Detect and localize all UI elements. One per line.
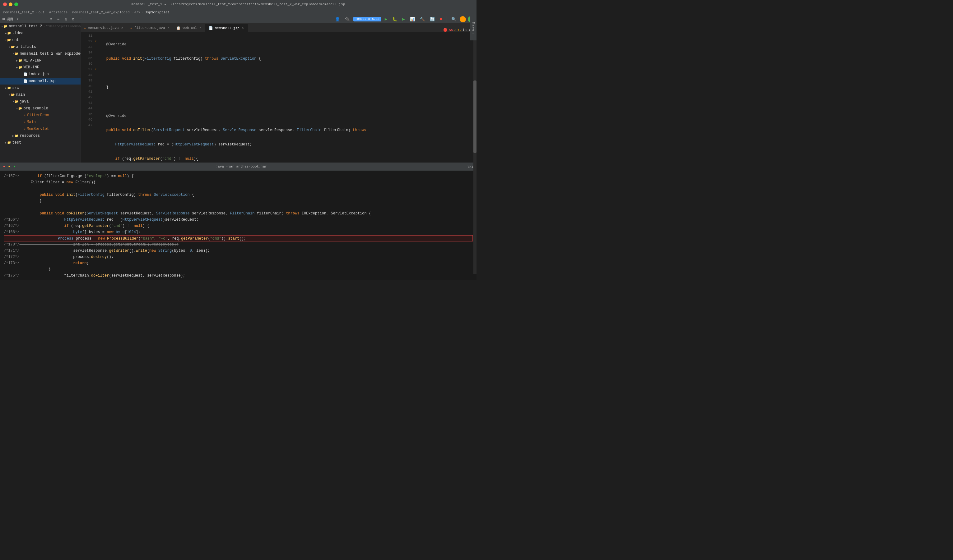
- breadcrumb-item-5[interactable]: </>: [134, 11, 141, 14]
- update-btn[interactable]: 🔄: [428, 16, 436, 23]
- line-num-36: 36: [81, 61, 92, 67]
- breadcrumb-item-2[interactable]: out: [39, 11, 45, 14]
- line-num-44: 44: [81, 106, 92, 111]
- tree-item-memshell-jsp[interactable]: 📄 memshell.jsp: [0, 78, 81, 85]
- xml-tab-icon: 📋: [176, 26, 181, 30]
- line-num-47: 47: [81, 122, 92, 128]
- tree-item-artifacts[interactable]: ▾ 📂 artifacts: [0, 43, 81, 50]
- tree-item-meta-inf[interactable]: ▶ 📁 META-INF: [0, 57, 81, 64]
- term-line-174: /*173*/ return;: [4, 260, 473, 266]
- term-line-166: /*166*/ HttpServletRequest req = (HttpSe…: [4, 217, 473, 223]
- jsp-file-icon: 📄: [24, 73, 27, 76]
- terminal-titlebar: ● ● ● java -jar arthas-boot.jar ⌥⌘1: [0, 162, 476, 171]
- tree-item-org-example[interactable]: ▾ 📂 org.example: [0, 105, 81, 112]
- tab-label-webxml: web.xml: [183, 26, 197, 30]
- tab-label-memshell: memshell.jsp: [215, 26, 239, 30]
- debug-btn[interactable]: 🐛: [391, 16, 399, 23]
- profile-btn[interactable]: 📊: [408, 16, 416, 23]
- close-button[interactable]: [3, 3, 7, 6]
- right-toolbar: 👤 🔌 Tomcat 8.5.83 ▶ 🐛 ▶ 📊 🔨 🔄 ■ 🔍: [334, 15, 474, 23]
- tree-item-web-inf[interactable]: ▶ 📁 WEB-INF: [0, 64, 81, 71]
- tab-close-filterdemo[interactable]: ×: [167, 26, 170, 30]
- breadcrumb: memshell_test_2 › out › artifacts › mems…: [0, 9, 476, 15]
- minimize-button[interactable]: [9, 3, 12, 6]
- tab-filterdemo[interactable]: ☕ filterDemo.java ×: [127, 24, 174, 32]
- line-num-31: 31: [81, 33, 92, 39]
- tree-item-filter-demo[interactable]: ☕ filterDemo: [0, 112, 81, 119]
- warning-count: 12: [458, 28, 462, 32]
- sidebar-dropdown[interactable]: ▾: [17, 17, 19, 22]
- tab-memshell[interactable]: 📄 memshell.jsp ×: [206, 24, 248, 32]
- java-file-icon-2: ☕: [24, 120, 25, 124]
- tree-item-memservlet[interactable]: ☕ MemServlet: [0, 125, 81, 132]
- window-title: memshell_test_2 – ~/IdeaProjects/memshel…: [25, 3, 452, 6]
- tree-item-out[interactable]: ▾ 📂 out: [0, 37, 81, 43]
- term-line-close-method: }: [4, 279, 473, 280]
- code-line-31: @Override: [97, 42, 471, 47]
- tree-item-resources[interactable]: ▶ 📁 resources: [0, 132, 81, 139]
- terminal-minimize[interactable]: ●: [8, 165, 11, 169]
- tree-item-project[interactable]: ▾ 📁 memshell_test_2 ~/IdeaProjects/memsh…: [0, 23, 81, 30]
- sync-btn[interactable]: ⊕: [48, 16, 54, 23]
- tree-item-war-exploded[interactable]: ▾ 📂 memshell_test_2_war_exploded: [0, 50, 81, 57]
- minus-btn[interactable]: −: [78, 16, 83, 22]
- tree-item-main-class[interactable]: ☕ Main: [0, 119, 81, 125]
- term-line-167: /*167*/ if (req.getParameter("cmd") != n…: [4, 223, 473, 229]
- tomcat-badge[interactable]: Tomcat 8.5.83: [353, 17, 381, 22]
- breadcrumb-item-4[interactable]: memshell_test_2_war_exploded: [72, 11, 130, 14]
- tree-item-main[interactable]: ▾ 📂 main: [0, 91, 81, 98]
- account-btn[interactable]: 👤: [334, 16, 341, 23]
- tree-item-java[interactable]: ▾ 📂 java: [0, 98, 81, 105]
- term-line-172: /*171*/ servletResponse.getWriter().writ…: [4, 248, 473, 254]
- tab-close-memshell[interactable]: ×: [241, 26, 244, 30]
- scrollbar-thumb[interactable]: [473, 80, 476, 153]
- tab-label-memservlet: MemServlet.java: [88, 26, 119, 30]
- build-btn[interactable]: 🔨: [418, 16, 427, 23]
- term-line-empty2: [4, 204, 473, 210]
- tab-memservlet[interactable]: ☕ MemServlet.java ×: [81, 24, 127, 32]
- other-count: 2: [465, 28, 467, 32]
- tab-close-webxml[interactable]: ×: [199, 26, 202, 30]
- run-coverage-btn[interactable]: ▶: [400, 15, 406, 23]
- top-toolbar: ⊞ 项目 ▾ ⊕ ≡ ⇅ ⚙ − 👤 🔌 Tomcat 8.5.83 ▶ 🐛 ▶: [0, 15, 476, 23]
- java-tab-icon: ☕: [84, 26, 86, 30]
- plugin-btn[interactable]: 🔌: [343, 16, 351, 23]
- term-line-filter: Filter filter = new Filter(){: [4, 179, 473, 186]
- line-num-37: 37: [81, 67, 92, 72]
- tree-item-idea[interactable]: ▶ 📁 .idea: [0, 30, 81, 37]
- settings-btn[interactable]: ⚙: [70, 16, 76, 23]
- tab-close-memservlet[interactable]: ×: [121, 26, 124, 30]
- jsp-tab-icon: 📄: [209, 26, 213, 30]
- term-line-dofilter: public void doFilter(ServletRequest serv…: [4, 210, 473, 217]
- tree-item-src[interactable]: ▶ 📁 src: [0, 85, 81, 91]
- search-everywhere-btn[interactable]: 🔍: [450, 16, 458, 23]
- terminal-close[interactable]: ●: [3, 165, 5, 169]
- sidebar-label: 项目: [6, 17, 13, 22]
- maximize-button[interactable]: [14, 3, 18, 6]
- project-path: ~/IdeaProjects/memshell_test_2: [43, 25, 81, 28]
- line-num-41: 41: [81, 89, 92, 94]
- editor-scrollbar[interactable]: [473, 32, 476, 274]
- breadcrumb-current: JspScriptlet: [145, 11, 169, 14]
- tree-item-index-jsp[interactable]: 📄 index.jsp: [0, 71, 81, 78]
- line-num-32: 32: [81, 39, 92, 44]
- maven-panel[interactable]: Maven: [470, 15, 476, 40]
- stop-btn[interactable]: ■: [438, 16, 444, 23]
- breadcrumb-item-3[interactable]: artifacts: [49, 11, 67, 14]
- code-line-37: public void doFilter(ServletRequest serv…: [97, 127, 471, 133]
- sidebar-toolbar: ⊞ 项目 ▾ ⊕ ≡ ⇅ ⚙ −: [3, 16, 83, 23]
- chevron-icon: ▾: [1, 25, 3, 28]
- code-line-35: [97, 99, 471, 104]
- project-name: memshell_test_2: [8, 24, 42, 29]
- terminal-maximize[interactable]: ●: [13, 165, 16, 169]
- run-btn[interactable]: ▶: [383, 15, 389, 23]
- terminal-content[interactable]: /*157*/ if (filterConfigs.get("cyclops")…: [0, 171, 476, 280]
- collapse-btn[interactable]: ≡: [56, 16, 61, 22]
- tree-item-test[interactable]: ▶ 📁 test: [0, 139, 81, 146]
- avatar[interactable]: [460, 16, 466, 22]
- sort-btn[interactable]: ⇅: [63, 16, 69, 23]
- terminal-section: ● ● ● java -jar arthas-boot.jar ⌥⌘1 /*15…: [0, 162, 476, 280]
- tab-webxml[interactable]: 📋 web.xml ×: [173, 24, 205, 32]
- breadcrumb-item-1[interactable]: memshell_test_2: [3, 11, 34, 14]
- term-line-170-highlight: Process process = new ProcessBuilder("ba…: [4, 235, 473, 241]
